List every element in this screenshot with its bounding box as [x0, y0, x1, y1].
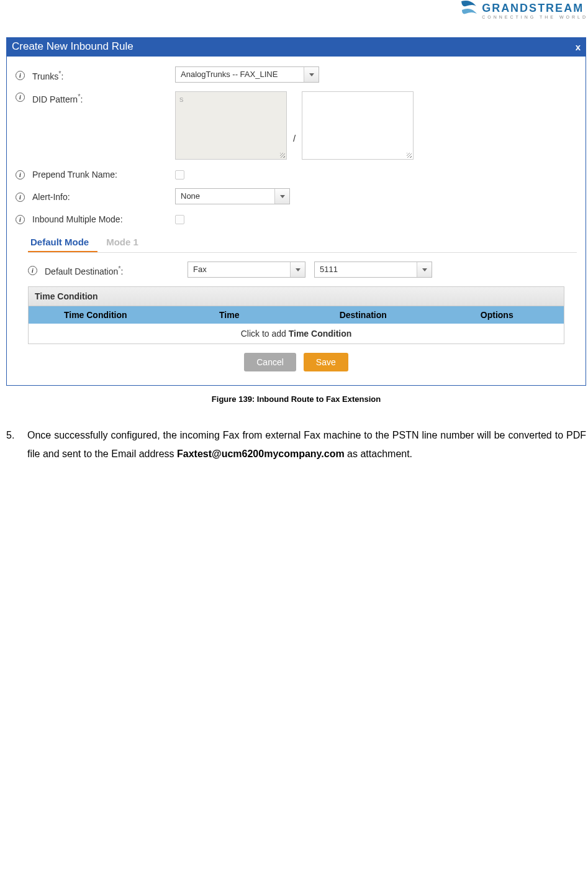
time-condition-header: Time Condition: [29, 287, 564, 306]
resize-grip-icon[interactable]: [405, 152, 412, 158]
chevron-down-icon: [304, 67, 319, 82]
mode-tabs: Default Mode Mode 1: [28, 233, 577, 253]
destination-type-select[interactable]: Fax: [188, 262, 305, 278]
cancel-button[interactable]: Cancel: [244, 353, 296, 371]
col-destination: Destination: [296, 310, 430, 320]
save-button[interactable]: Save: [304, 353, 348, 371]
slash-separator: /: [287, 133, 302, 143]
destination-number-select[interactable]: 5111: [314, 262, 432, 278]
alert-info-label: Alert-Info:: [32, 191, 175, 202]
info-icon[interactable]: i: [16, 193, 25, 202]
email-address: Faxtest@ucm6200mycompany.com: [177, 448, 345, 459]
info-icon[interactable]: i: [28, 266, 37, 275]
close-icon[interactable]: x: [576, 42, 581, 52]
step-5-paragraph: 5. Once successfully configured, the inc…: [6, 426, 586, 463]
info-icon[interactable]: i: [16, 71, 25, 80]
tab-default-mode[interactable]: Default Mode: [28, 233, 97, 252]
info-icon[interactable]: i: [16, 93, 25, 102]
time-condition-columns: Time Condition Time Destination Options: [29, 306, 564, 324]
brand-logo: GRANDSTREAM CONNECTING THE WORLD: [459, 0, 588, 21]
time-condition-table: Time Condition Time Condition Time Desti…: [28, 286, 564, 344]
chevron-down-icon: [290, 262, 305, 277]
did-pattern-input-2[interactable]: [302, 91, 414, 160]
trunks-label: Trunks*:: [32, 68, 175, 81]
col-time: Time: [163, 310, 297, 320]
prepend-label: Prepend Trunk Name:: [32, 168, 175, 180]
dialog-title: Create New Inbound Rule: [12, 40, 133, 53]
alert-info-select[interactable]: None: [175, 188, 290, 204]
step-number: 5.: [6, 426, 27, 463]
prepend-checkbox[interactable]: [175, 170, 184, 180]
figure-caption: Figure 139: Inbound Route to Fax Extensi…: [6, 394, 586, 404]
logo-tagline: CONNECTING THE WORLD: [482, 15, 588, 19]
add-time-condition-button[interactable]: Click to add Time Condition: [29, 324, 564, 344]
col-options: Options: [430, 310, 564, 320]
multi-mode-checkbox[interactable]: [175, 215, 184, 224]
multi-mode-label: Inbound Multiple Mode:: [32, 213, 175, 224]
did-pattern-input-1[interactable]: s: [175, 91, 287, 160]
resize-grip-icon[interactable]: [279, 152, 285, 158]
logo-name: GRANDSTREAM: [482, 2, 588, 14]
chevron-down-icon: [274, 189, 289, 204]
col-time-condition: Time Condition: [29, 310, 163, 320]
info-icon[interactable]: i: [16, 170, 25, 180]
trunks-select[interactable]: AnalogTrunks -- FAX_LINE: [175, 66, 319, 83]
default-destination-label: Default Destination*:: [45, 263, 188, 276]
create-inbound-rule-dialog: Create New Inbound Rule x i Trunks*: Ana…: [6, 37, 586, 386]
did-pattern-label: DID Pattern*:: [32, 91, 175, 104]
info-icon[interactable]: i: [16, 215, 25, 224]
tab-mode-1[interactable]: Mode 1: [104, 233, 147, 252]
logo-swoosh-icon: [459, 0, 478, 21]
chevron-down-icon: [417, 262, 432, 277]
